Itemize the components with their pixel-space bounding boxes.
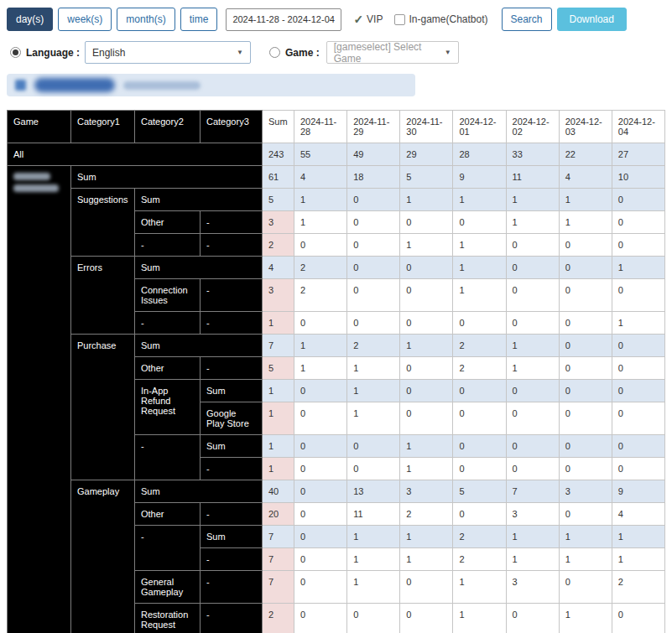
table-cell: 4 bbox=[612, 503, 664, 526]
table-cell: 1 bbox=[612, 257, 664, 279]
vip-checkbox[interactable]: ✓ bbox=[353, 13, 363, 26]
table-cell: Restoration Request bbox=[135, 604, 201, 633]
table-cell: 3 bbox=[506, 571, 559, 604]
table-cell: 0 bbox=[612, 435, 664, 458]
table-cell: 1 bbox=[453, 257, 506, 279]
game-select-value: [gameselect] Select Game bbox=[334, 41, 445, 65]
table-cell: 1 bbox=[400, 189, 453, 211]
table-cell: Other bbox=[135, 503, 201, 526]
redacted-button[interactable] bbox=[34, 78, 115, 92]
table-cell: 0 bbox=[400, 211, 453, 234]
table-cell: Sum bbox=[135, 189, 263, 211]
table-cell: 1 bbox=[506, 211, 559, 234]
table-cell: 0 bbox=[347, 458, 400, 480]
table-cell: 0 bbox=[506, 234, 559, 257]
col-header: 2024-12-04 bbox=[612, 111, 664, 143]
table-cell: 1 bbox=[400, 548, 453, 571]
filter-row: Language : English ▼ Game : [gameselect]… bbox=[0, 35, 672, 69]
ingame-checkbox[interactable] bbox=[394, 14, 405, 25]
table-cell: 1 bbox=[294, 335, 347, 357]
table-cell: - bbox=[135, 312, 201, 335]
table-cell: - bbox=[201, 211, 263, 234]
table-cell: Other bbox=[135, 211, 201, 234]
table-cell: 0 bbox=[453, 503, 506, 526]
table-cell: 20 bbox=[263, 503, 294, 526]
table-cell: 0 bbox=[612, 604, 664, 633]
table-cell: 0 bbox=[612, 211, 664, 234]
table-cell: 0 bbox=[400, 380, 453, 402]
table-cell: 0 bbox=[294, 234, 347, 257]
table-cell: - bbox=[201, 279, 263, 312]
table-cell: 0 bbox=[347, 257, 400, 279]
table-cell: 0 bbox=[559, 257, 612, 279]
redacted-action-bar bbox=[7, 74, 415, 96]
period-button-days[interactable]: day(s) bbox=[7, 8, 53, 31]
table-cell: 0 bbox=[347, 234, 400, 257]
table-cell: 0 bbox=[559, 335, 612, 357]
table-cell: 13 bbox=[347, 480, 400, 503]
game-name-redacted bbox=[8, 166, 71, 633]
table-cell: 1 bbox=[400, 234, 453, 257]
table-row: PurchaseSum71212100 bbox=[8, 335, 665, 357]
table-cell: 1 bbox=[263, 435, 294, 458]
table-cell: 1 bbox=[263, 458, 294, 480]
table-cell: 0 bbox=[347, 604, 400, 633]
table-cell: 4 bbox=[263, 257, 294, 279]
table-cell: 1 bbox=[347, 380, 400, 402]
search-button[interactable]: Search bbox=[502, 8, 552, 31]
col-header: Category2 bbox=[135, 111, 201, 143]
table-cell: 2 bbox=[453, 548, 506, 571]
col-header: 2024-12-01 bbox=[453, 111, 506, 143]
table-cell: 0 bbox=[453, 402, 506, 435]
download-button[interactable]: Download bbox=[557, 8, 627, 31]
table-cell: 2 bbox=[263, 604, 294, 633]
table-cell: 0 bbox=[453, 458, 506, 480]
table-cell: 3 bbox=[263, 211, 294, 234]
table-cell: 0 bbox=[400, 571, 453, 604]
table-cell: 0 bbox=[294, 435, 347, 458]
vip-checkbox-group: ✓ VIP bbox=[353, 13, 383, 26]
table-cell: 1 bbox=[506, 526, 559, 548]
table-cell: 1 bbox=[263, 402, 294, 435]
vip-label: VIP bbox=[367, 13, 383, 25]
table-cell: 7 bbox=[263, 526, 294, 548]
chevron-down-icon: ▼ bbox=[445, 49, 451, 56]
table-cell: 5 bbox=[400, 166, 453, 189]
table-cell: 0 bbox=[612, 234, 664, 257]
table-cell: 0 bbox=[400, 312, 453, 335]
col-header: 2024-12-03 bbox=[559, 111, 612, 143]
chevron-down-icon: ▼ bbox=[237, 49, 243, 56]
table-cell: 0 bbox=[347, 189, 400, 211]
table-cell: 2 bbox=[294, 257, 347, 279]
table-cell: 1 bbox=[453, 279, 506, 312]
table-cell: Sum bbox=[135, 257, 263, 279]
table-cell: 1 bbox=[347, 548, 400, 571]
period-button-weeks[interactable]: week(s) bbox=[58, 8, 112, 31]
table-cell: 0 bbox=[347, 279, 400, 312]
table-cell: - bbox=[201, 234, 263, 257]
table-cell: - bbox=[201, 503, 263, 526]
table-cell: All bbox=[8, 143, 263, 166]
game-select[interactable]: [gameselect] Select Game ▼ bbox=[326, 41, 459, 64]
table-cell: 7 bbox=[263, 335, 294, 357]
table-cell: 0 bbox=[347, 435, 400, 458]
language-label: Language : bbox=[26, 47, 80, 59]
table-cell: 9 bbox=[453, 166, 506, 189]
col-header: 2024-11-29 bbox=[347, 111, 400, 143]
table-cell: Errors bbox=[71, 257, 135, 335]
period-button-time[interactable]: time bbox=[180, 8, 218, 31]
table-cell: 0 bbox=[294, 480, 347, 503]
table-cell: 0 bbox=[612, 357, 664, 380]
date-range-input[interactable] bbox=[226, 8, 341, 31]
table-cell: 1 bbox=[347, 357, 400, 380]
table-cell: 1 bbox=[506, 548, 559, 571]
table-cell: - bbox=[135, 234, 201, 257]
language-select[interactable]: English ▼ bbox=[85, 41, 251, 64]
table-cell: 0 bbox=[559, 402, 612, 435]
game-radio[interactable] bbox=[269, 47, 280, 58]
table-cell: 27 bbox=[612, 143, 664, 166]
period-button-months[interactable]: month(s) bbox=[117, 8, 175, 31]
language-radio[interactable] bbox=[10, 47, 21, 58]
table-cell: - bbox=[135, 435, 201, 480]
table-cell: 0 bbox=[559, 279, 612, 312]
